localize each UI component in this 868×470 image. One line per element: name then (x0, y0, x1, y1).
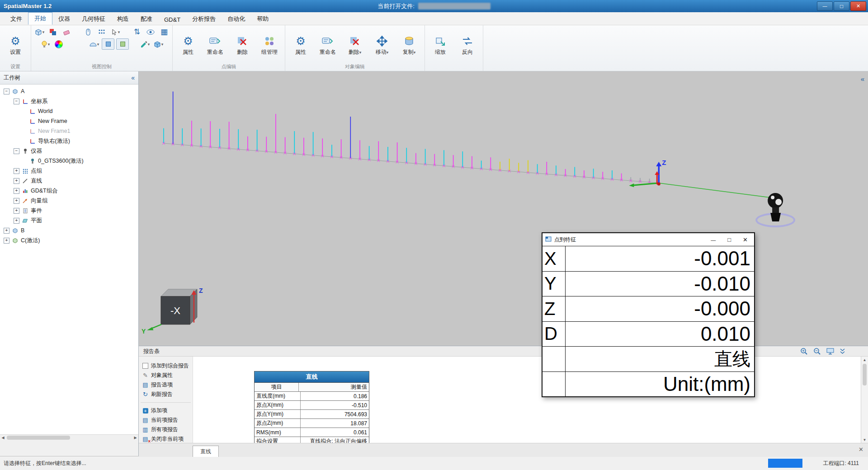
collapse-node-icon[interactable] (14, 99, 19, 104)
flip-view-icon[interactable] (131, 27, 143, 37)
zoom-in-icon[interactable] (800, 348, 808, 355)
object-copy-button[interactable]: 复制 (396, 33, 422, 57)
menu-home[interactable]: 开始 (28, 12, 52, 25)
scroll-left-arrow[interactable]: ◀ (0, 436, 6, 440)
view-preset-2-button[interactable] (116, 38, 129, 50)
scroll-right-arrow[interactable]: ▶ (132, 436, 138, 440)
tree-item-c[interactable]: C(激活) (0, 235, 138, 245)
tree-item-guide-rail-right[interactable]: 导轨右(激活) (0, 136, 138, 146)
report-vertical-scrollbar[interactable]: ▲ ▼ (861, 357, 868, 443)
expand-node-icon[interactable] (14, 218, 19, 224)
tree-item-new-frame1[interactable]: New Frame1 (0, 126, 138, 136)
point-grid-icon[interactable] (96, 27, 108, 37)
eraser-icon[interactable] (61, 27, 72, 37)
brush-icon[interactable] (139, 39, 151, 49)
maximize-button[interactable] (834, 1, 849, 11)
all-items-report-button[interactable]: ▥ 所有项报告 (139, 425, 193, 434)
object-properties-button[interactable]: ✎ 对象属性 (139, 371, 193, 380)
close-report-tab-button[interactable] (859, 446, 863, 453)
add-to-summary-report-button[interactable]: 添加到综合报告 (139, 361, 193, 371)
viewport-3d[interactable]: Z -X (139, 71, 868, 346)
close-button[interactable] (743, 236, 748, 243)
color-wheel-icon[interactable] (53, 39, 65, 49)
viewport-canvas[interactable]: Z -X (139, 71, 868, 346)
menu-construct[interactable]: 构造 (111, 13, 135, 25)
expand-node-icon[interactable] (4, 228, 9, 234)
menu-automation[interactable]: 自动化 (222, 13, 251, 25)
menu-registration[interactable]: 配准 (135, 13, 158, 25)
view-cube-icon[interactable] (33, 27, 45, 37)
collapse-node-icon[interactable] (14, 148, 19, 154)
point-to-feature-window[interactable]: 点到特征 X -0.001 Y -0.010 Z -0.000 D 0. (542, 232, 755, 397)
expand-node-icon[interactable] (14, 168, 19, 174)
tree-item-events[interactable]: 事件 (0, 206, 138, 216)
tree-item-instruments[interactable]: 仪器 (0, 146, 138, 156)
add-item-button[interactable]: + 添加项 (139, 406, 193, 415)
zoom-out-icon[interactable] (813, 348, 821, 355)
shaded-cube-icon[interactable] (152, 39, 164, 49)
view-preset-1-button[interactable] (102, 38, 114, 50)
checkbox-icon[interactable] (142, 363, 149, 369)
expand-node-icon[interactable] (14, 188, 19, 194)
collapse-panel-icon[interactable] (840, 348, 845, 354)
object-properties-button[interactable]: 属性 (288, 33, 314, 57)
expand-node-icon[interactable] (14, 198, 19, 204)
object-rename-button[interactable]: 重命名 (315, 33, 341, 57)
window-title-bar[interactable]: 点到特征 (542, 233, 754, 246)
current-item-report-button[interactable]: ▤ 当前项报告 (139, 415, 193, 425)
point-rename-button[interactable]: 重命名 (202, 33, 228, 57)
scroll-up-arrow[interactable]: ▲ (863, 357, 867, 363)
tree-item-point-groups[interactable]: 点组 (0, 166, 138, 176)
tree-item-world[interactable]: World (0, 106, 138, 116)
tree-item-b[interactable]: B (0, 226, 138, 235)
tree-item-coordsys[interactable]: 坐标系 (0, 96, 138, 106)
tab-line[interactable]: 直线 (193, 446, 219, 457)
mouse-icon[interactable] (82, 27, 94, 37)
minimize-button[interactable] (817, 1, 833, 11)
expand-node-icon[interactable] (4, 238, 9, 244)
collapse-right-panel-button[interactable] (861, 75, 864, 83)
collapse-sidebar-button[interactable] (131, 74, 135, 81)
reverse-button[interactable]: 反向 (454, 33, 481, 57)
maximize-button[interactable] (727, 236, 731, 243)
object-delete-button[interactable]: 删除 (342, 33, 368, 57)
close-non-current-button[interactable]: ▤ 关闭非当前项 (139, 434, 193, 444)
minimize-button[interactable] (711, 236, 716, 243)
menu-gdt[interactable]: GD&T (158, 14, 186, 25)
scale-button[interactable]: 缩放 (427, 33, 453, 57)
menu-analysis-report[interactable]: 分析报告 (186, 13, 222, 25)
point-group-manage-button[interactable]: 组管理 (256, 33, 283, 57)
grid-icon[interactable] (158, 27, 170, 37)
tree-item-planes[interactable]: 平面 (0, 216, 138, 226)
tree-item-a[interactable]: A (0, 86, 138, 96)
monitor-icon[interactable] (826, 348, 834, 355)
tree-horizontal-scrollbar[interactable]: ◀ ▶ (0, 434, 138, 441)
object-move-button[interactable]: 移动 (369, 33, 395, 57)
tree-item-gdt[interactable]: GD&T组合 (0, 186, 138, 196)
scroll-thumb[interactable] (863, 364, 867, 385)
scroll-thumb[interactable] (7, 436, 70, 440)
report-options-button[interactable]: ▤ 报告选项 (139, 380, 193, 390)
scroll-down-arrow[interactable]: ▼ (863, 437, 867, 443)
tree-item-vector-groups[interactable]: 向量组 (0, 196, 138, 206)
expand-node-icon[interactable] (14, 208, 19, 214)
menu-instrument[interactable]: 仪器 (52, 13, 76, 25)
tree-item-gts3600[interactable]: 0_GTS3600(激活) (0, 156, 138, 166)
menu-file[interactable]: 文件 (5, 13, 28, 25)
tree-item-new-frame[interactable]: New Frame (0, 116, 138, 126)
refresh-report-button[interactable]: ↻ 刷新报告 (139, 390, 193, 399)
bulb-icon[interactable] (39, 39, 51, 49)
collapse-node-icon[interactable] (4, 89, 9, 94)
render-color-icon[interactable] (47, 27, 59, 37)
expand-node-icon[interactable] (14, 178, 19, 184)
menu-geometry[interactable]: 几何特征 (76, 13, 111, 25)
menu-help[interactable]: 帮助 (251, 13, 274, 25)
eye-icon[interactable] (145, 27, 156, 37)
close-button[interactable] (850, 1, 866, 11)
settings-button[interactable]: 设置 (2, 33, 28, 57)
point-properties-button[interactable]: 属性 (175, 33, 201, 57)
navigation-cube[interactable]: -X Y Z (142, 287, 203, 335)
point-delete-button[interactable]: 删除 (229, 33, 255, 57)
tree-item-lines[interactable]: 直线 (0, 176, 138, 186)
protractor-icon[interactable] (88, 39, 100, 49)
